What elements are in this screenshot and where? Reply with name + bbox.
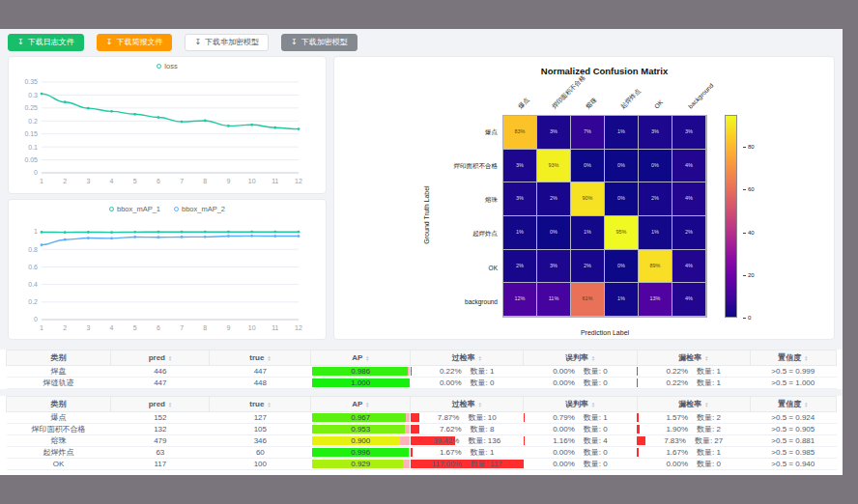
download-report-button[interactable]: ↧ 下载简报文件 (97, 34, 173, 51)
cell-over-detection-rate: 39.42%数量: 136 (411, 435, 524, 447)
matrix-cell: 1% (605, 116, 639, 150)
cell-confidence: >0.5 = 0.940 (750, 459, 836, 470)
sort-caret-icon[interactable]: ▲▼ (804, 402, 808, 407)
column-header[interactable]: 误判率▲▼ (524, 350, 638, 366)
matrix-cell: 0% (639, 150, 672, 183)
table-header-row: 类别pred▲▼true▲▼AP▲▼过检率▲▼误判率▲▼漏检率▲▼置信度▲▼ (7, 397, 837, 412)
matrix-cell: 0% (605, 150, 639, 183)
cell-pred: 63 (111, 447, 210, 459)
column-header[interactable]: 过检率▲▼ (411, 397, 524, 412)
cell-ap-bar: 0.967 (311, 412, 411, 424)
matrix-cell: 0% (537, 216, 571, 250)
sort-caret-icon[interactable]: ▲▼ (478, 402, 482, 407)
column-header[interactable]: 置信度▲▼ (750, 350, 836, 366)
sort-caret-icon[interactable]: ▲▼ (591, 355, 595, 361)
map-line-chart: 00.20.40.60.81123456789101112 (9, 200, 328, 341)
column-header[interactable]: AP▲▼ (311, 397, 411, 412)
matrix-cell: 0% (571, 150, 605, 183)
column-header: 类别 (7, 397, 111, 412)
matrix-cell: 3% (503, 150, 537, 183)
cell-ap-bar: 0.986 (311, 366, 411, 378)
button-label: 下载日志文件 (28, 39, 74, 46)
download-encrypted-model-button[interactable]: ↧ 下载加密模型 (281, 34, 358, 51)
column-header[interactable]: 漏检率▲▼ (637, 350, 750, 366)
table-row: OK1171000.929117.00%数量: 1170.00%数量: 00.0… (7, 459, 837, 470)
matrix-row-label: 焊印面积不合格 (454, 161, 499, 170)
sort-caret-icon[interactable]: ▲▼ (365, 355, 369, 361)
matrix-row-label: 起焊炸点 (472, 229, 498, 238)
column-header[interactable]: 漏检率▲▼ (637, 397, 750, 412)
cell-ap-bar: 0.953 (311, 424, 411, 435)
column-header[interactable]: true▲▼ (210, 350, 311, 366)
column-header[interactable]: true▲▼ (210, 397, 311, 412)
legend-item-bbox-map-2[interactable]: bbox_mAP_2 (174, 205, 225, 213)
confusion-matrix: 83%3%7%1%3%3%3%93%0%0%0%4%3%2%90%0%2%4%1… (502, 115, 707, 318)
cell-category: 爆点 (7, 412, 111, 424)
cell-pred: 447 (111, 378, 210, 389)
cell-true: 447 (210, 366, 311, 378)
download-log-button[interactable]: ↧ 下载日志文件 (8, 34, 84, 51)
cell-confidence: >0.5 = 0.985 (750, 447, 836, 459)
matrix-cell: 12% (503, 283, 537, 317)
svg-text:3: 3 (86, 324, 90, 331)
matrix-column-label: 爆点 (516, 96, 531, 111)
matrix-cell: 2% (537, 182, 571, 216)
chart-legend: bbox_mAP_1 bbox_mAP_2 (9, 205, 326, 213)
column-header[interactable]: 过检率▲▼ (411, 350, 524, 366)
download-unencrypted-model-button[interactable]: ↧ 下载非加密模型 (185, 34, 269, 51)
cell-true: 105 (210, 424, 311, 435)
legend-ring-icon (109, 207, 114, 211)
svg-text:5: 5 (133, 178, 137, 184)
cell-misjudge-rate: 0.00%数量: 0 (524, 366, 638, 378)
cell-over-detection-rate: 0.22%数量: 1 (411, 366, 524, 378)
cell-confidence: >0.5 = 0.924 (750, 412, 836, 424)
matrix-cell: 95% (605, 216, 639, 250)
legend-item-bbox-map-1[interactable]: bbox_mAP_1 (109, 205, 160, 213)
download-icon: ↧ (194, 39, 201, 46)
matrix-cell: 4% (672, 283, 706, 317)
sort-caret-icon[interactable]: ▲▼ (365, 402, 369, 407)
matrix-cell: 83% (503, 116, 537, 150)
legend-item-loss[interactable]: loss (157, 62, 177, 70)
sort-caret-icon[interactable]: ▲▼ (591, 402, 595, 407)
sort-caret-icon[interactable]: ▲▼ (267, 402, 271, 407)
svg-text:0.2: 0.2 (28, 298, 38, 305)
download-icon: ↧ (17, 39, 24, 46)
table-row: 起焊炸点63600.9961.67%数量: 10.00%数量: 01.67%数量… (7, 447, 837, 459)
cell-confidence: >0.5 = 0.999 (750, 366, 836, 378)
table-header-row: 类别pred▲▼true▲▼AP▲▼过检率▲▼误判率▲▼漏检率▲▼置信度▲▼ (7, 350, 837, 366)
cell-miss-rate: 7.83%数量: 27 (637, 435, 750, 447)
sort-caret-icon[interactable]: ▲▼ (168, 402, 172, 407)
cell-misjudge-rate: 0.00%数量: 0 (524, 447, 638, 459)
column-header[interactable]: pred▲▼ (111, 397, 210, 412)
matrix-grid: 83%3%7%1%3%3%3%93%0%0%0%4%3%2%90%0%2%4%1… (502, 115, 707, 318)
column-header-label: 误判率 (565, 352, 588, 363)
svg-text:1: 1 (40, 324, 43, 331)
column-header-label: 过检率 (452, 352, 475, 363)
cell-miss-rate: 1.90%数量: 2 (637, 424, 750, 435)
sort-caret-icon[interactable]: ▲▼ (267, 355, 271, 361)
sort-caret-icon[interactable]: ▲▼ (168, 355, 172, 361)
matrix-cell: 3% (639, 116, 672, 150)
svg-text:0.3: 0.3 (28, 92, 38, 98)
cell-miss-rate: 0.00%数量: 0 (637, 459, 750, 470)
table-row: 焊缝轨迹4474481.0000.00%数量: 00.00%数量: 00.22%… (7, 378, 837, 389)
matrix-cell: 1% (639, 216, 672, 250)
cell-category: 焊盘 (7, 366, 111, 378)
colorbar-tick: 80 (743, 144, 755, 150)
colorbar-tick: 20 (743, 272, 755, 278)
svg-text:7: 7 (180, 178, 184, 184)
column-header[interactable]: AP▲▼ (311, 350, 411, 366)
sort-caret-icon[interactable]: ▲▼ (804, 355, 808, 361)
sort-caret-icon[interactable]: ▲▼ (704, 402, 708, 407)
column-header[interactable]: pred▲▼ (111, 350, 210, 366)
colorbar-tick: 0 (743, 315, 751, 321)
svg-text:0.15: 0.15 (24, 130, 38, 137)
matrix-cell: 4% (672, 150, 706, 183)
column-header[interactable]: 置信度▲▼ (750, 397, 836, 412)
svg-text:1: 1 (34, 228, 38, 235)
svg-text:3: 3 (86, 178, 90, 184)
sort-caret-icon[interactable]: ▲▼ (478, 355, 482, 361)
column-header[interactable]: 误判率▲▼ (524, 397, 638, 412)
sort-caret-icon[interactable]: ▲▼ (704, 355, 708, 361)
